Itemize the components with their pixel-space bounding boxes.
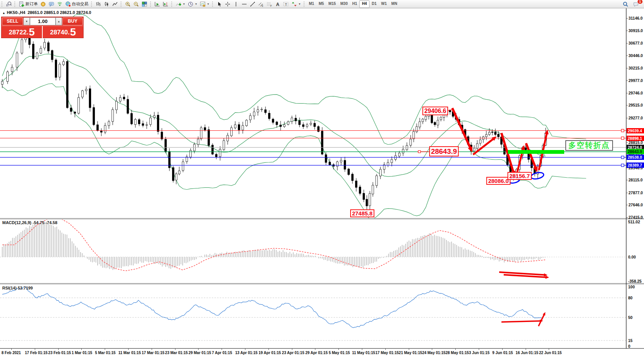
date-label: 5 May 01:15 — [329, 351, 350, 355]
price-tick — [626, 193, 628, 193]
price-tick — [626, 217, 628, 218]
price-tick — [626, 18, 628, 19]
autotrade-icon[interactable]: 自动交易 — [64, 1, 90, 8]
price-tick — [626, 205, 628, 205]
timeframe-h1[interactable]: H1 — [350, 1, 359, 8]
timeframe-mn[interactable]: MN — [389, 1, 400, 8]
annotation-low2[interactable]: 28156.7 — [507, 172, 532, 180]
dropdown-caret-icon[interactable]: ▼ — [207, 3, 209, 5]
date-label: 11 May 01:15 — [352, 351, 375, 355]
volume-decrease-button[interactable]: ▼ — [23, 17, 30, 25]
text-icon[interactable]: A — [273, 1, 282, 8]
price-tick-label: 30446.0 — [628, 53, 643, 58]
one-click-trade-panel: SELL ▼ 1.00 ▲ BUY 28722.5 28740.5 — [1, 17, 84, 38]
date-label: 24 May 01:15 — [422, 351, 445, 355]
timeframe-m5[interactable]: M5 — [317, 1, 326, 8]
price-tick — [626, 142, 628, 143]
chart-search-icon[interactable] — [5, 1, 13, 8]
price-tick-label: 29746.0 — [628, 91, 643, 95]
rsi-scale-label: 50 — [628, 315, 633, 320]
buy-button[interactable]: BUY — [62, 17, 83, 25]
collapse-triangle-icon[interactable]: ▲ — [2, 11, 5, 15]
sell-button[interactable]: SELL — [2, 17, 23, 25]
text-label-icon[interactable]: T — [282, 1, 290, 8]
zoom-out-icon[interactable] — [132, 1, 140, 8]
chart-canvas[interactable] — [0, 0, 644, 356]
bar-chart-icon[interactable] — [94, 1, 102, 8]
auto-scroll-icon[interactable] — [153, 1, 161, 8]
annotation-pivot[interactable]: 28643.9 — [429, 146, 459, 156]
periods-icon[interactable]: ▼ — [186, 1, 199, 8]
price-tick-label: 27415.0 — [628, 215, 643, 220]
date-tick — [502, 348, 503, 350]
timeframe-h4[interactable]: H4 — [359, 0, 369, 8]
dropdown-caret-icon[interactable]: ▼ — [183, 3, 185, 5]
volume-increase-button[interactable]: ▲ — [56, 17, 62, 25]
date-label: 1 Mar 01:15 — [71, 351, 92, 355]
sell-price[interactable]: 28722.5 — [2, 26, 43, 38]
date-tick — [198, 348, 199, 350]
date-tick — [479, 348, 479, 350]
search-icon[interactable] — [621, 1, 630, 8]
autotrade-label: 自动交易 — [72, 1, 88, 7]
trading-terminal: 新订单自动交易▼▼▼EFAT▼M1M5M15M30H1H4D1W1MN 1 ▲H… — [0, 0, 644, 356]
price-tick-label: 28115.0 — [628, 178, 642, 182]
notifications-icon[interactable]: 1 — [632, 1, 640, 8]
date-tick — [315, 348, 315, 350]
indicators-icon[interactable]: ▼ — [174, 1, 186, 8]
annotation-swing-high[interactable]: 29406.6 — [422, 107, 448, 115]
timeframe-m1[interactable]: M1 — [307, 1, 317, 8]
dropdown-caret-icon[interactable]: ▼ — [298, 3, 301, 5]
timeframe-m30[interactable]: M30 — [338, 1, 350, 8]
price-tick — [626, 43, 628, 43]
timeframe-w1[interactable]: W1 — [379, 1, 389, 8]
price-badge: 28643.9 — [627, 149, 644, 154]
svg-text:T: T — [285, 2, 287, 6]
date-label: 23 Feb 01:15 — [48, 351, 71, 355]
timeframe-d1[interactable]: D1 — [369, 1, 379, 8]
crosshair-icon[interactable] — [223, 1, 232, 8]
annotation-turning-point[interactable]: 多空转折点 — [565, 140, 613, 151]
date-tick — [128, 348, 129, 350]
buy-price[interactable]: 28740.5 — [43, 26, 83, 38]
zoom-in-icon[interactable] — [124, 1, 132, 8]
trendline-icon[interactable] — [248, 1, 257, 8]
volume-input[interactable]: 1.00 — [30, 17, 56, 25]
toolbar-grip — [121, 2, 123, 7]
chart-shift-icon[interactable] — [161, 1, 170, 8]
templates-icon[interactable]: ▼ — [199, 1, 211, 8]
candlestick-chart-icon[interactable] — [102, 1, 111, 8]
signals-icon[interactable] — [56, 1, 64, 8]
fibonacci-icon[interactable]: F — [265, 1, 273, 8]
date-label: 16 Jun 01:15 — [516, 351, 538, 355]
date-label: 9 Jun 01:15 — [492, 351, 513, 355]
date-tick — [338, 348, 339, 350]
tile-windows-icon[interactable] — [140, 1, 149, 8]
price-tick-label: 30215.0 — [628, 66, 643, 70]
horizontal-line-icon[interactable] — [240, 1, 248, 8]
annotation-major-low[interactable]: 27485.8 — [350, 209, 374, 217]
svg-text:A: A — [276, 2, 279, 7]
equidistant-channel-icon[interactable]: E — [257, 1, 265, 8]
trade-panel-prices: 28722.5 28740.5 — [2, 26, 83, 38]
toolbar-grip — [150, 2, 152, 7]
market-depth-icon[interactable] — [39, 1, 47, 8]
price-tick — [626, 118, 628, 118]
date-label: 23 Apr 01:15 — [282, 351, 304, 355]
community-icon[interactable] — [47, 1, 56, 8]
sell-price-pips: 5 — [29, 27, 35, 37]
vertical-line-icon[interactable] — [232, 1, 240, 8]
line-chart-icon[interactable] — [111, 1, 119, 8]
buy-price-dot: . — [68, 28, 70, 37]
cursor-icon[interactable] — [215, 1, 223, 8]
annotation-low1[interactable]: 28086.0 — [486, 177, 511, 185]
price-tick — [626, 80, 628, 81]
new-order-icon[interactable]: 新订单 — [17, 1, 39, 8]
arrows-icon[interactable]: ▼ — [290, 1, 302, 8]
timeframe-m15[interactable]: M15 — [326, 1, 338, 8]
dropdown-caret-icon[interactable]: ▼ — [195, 3, 197, 5]
rsi-label: RSI(14) 53.7199 — [2, 286, 33, 290]
price-tick-label: 27646.0 — [628, 203, 643, 207]
price-tick-label: 29515.0 — [628, 103, 643, 107]
price-tick-label: 30677.0 — [628, 41, 643, 45]
